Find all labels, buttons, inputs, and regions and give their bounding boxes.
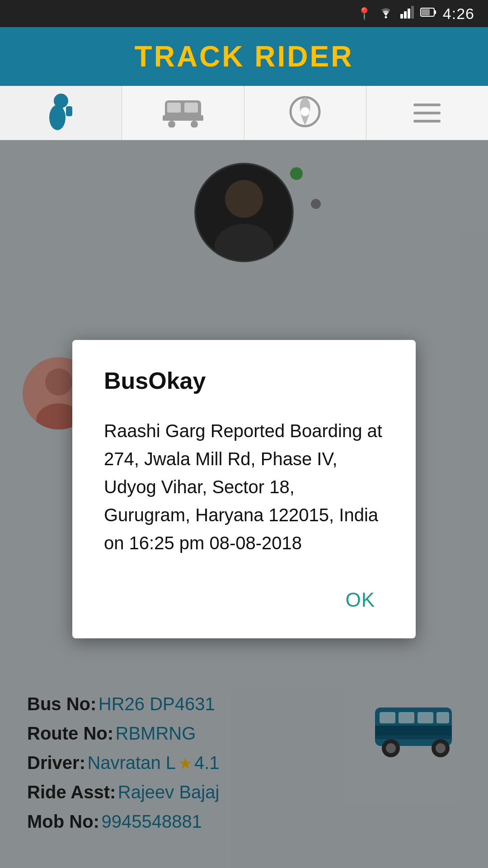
tab-person[interactable] [0,86,122,140]
svg-point-15 [191,121,198,127]
svg-rect-12 [167,103,181,113]
main-content: Singh Bus No: HR26 DP4631 Route No: RBMR… [0,140,488,868]
svg-rect-10 [66,106,72,116]
nav-tabs [0,86,488,140]
status-time: 4:26 [443,5,474,23]
status-bar: 📍 4:26 [0,0,488,27]
app-bar: TRACK RIDER [0,27,488,86]
dialog-message: Raashi Garg Reported Boarding at 274, Jw… [104,417,384,557]
dialog-actions: OK [104,584,384,616]
svg-rect-2 [404,11,407,19]
svg-rect-1 [400,14,403,19]
svg-point-18 [300,107,310,116]
tab-location[interactable] [244,86,366,140]
dialog-title: BusOkay [104,367,384,394]
dialog-ok-button[interactable]: OK [336,584,384,616]
svg-point-14 [168,121,175,127]
person-nav-icon [45,93,77,133]
svg-rect-7 [422,9,430,15]
wifi-icon [378,6,394,22]
svg-rect-4 [411,6,414,19]
app-title: TRACK RIDER [135,40,354,73]
location-icon: 📍 [357,7,371,21]
svg-point-9 [49,105,66,130]
svg-rect-3 [408,9,410,19]
tab-menu[interactable] [366,86,488,140]
svg-point-0 [385,16,387,18]
alert-dialog: BusOkay Raashi Garg Reported Boarding at… [72,340,416,638]
signal-icon [400,6,414,22]
battery-icon [420,7,436,21]
svg-rect-6 [434,10,436,14]
svg-rect-16 [163,115,203,121]
tab-bus[interactable] [122,86,244,140]
status-icons: 📍 4:26 [357,5,474,23]
hamburger-icon [413,104,441,123]
svg-rect-13 [184,103,198,113]
